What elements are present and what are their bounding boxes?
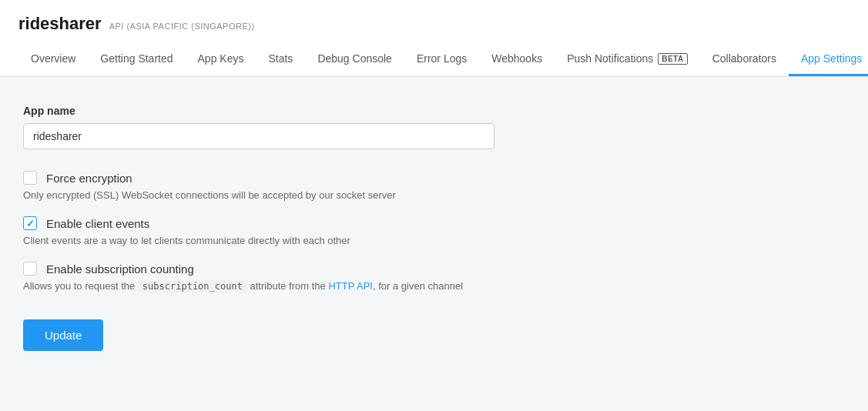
force-encryption-desc: Only encrypted (SSL) WebSocket connectio… — [23, 189, 516, 201]
app-name: ridesharer — [18, 14, 102, 34]
enable-client-events-checkbox[interactable] — [23, 216, 37, 230]
nav-item-stats[interactable]: Stats — [256, 43, 305, 76]
desc-middle: attribute from the — [247, 280, 329, 292]
enable-subscription-counting-label: Enable subscription counting — [46, 262, 194, 276]
subscription-count-code: subscription_count — [138, 280, 247, 292]
force-encryption-section: Force encryption Only encrypted (SSL) We… — [23, 171, 516, 201]
enable-client-events-section: Enable client events Client events are a… — [23, 216, 516, 246]
update-button[interactable]: Update — [23, 319, 103, 351]
header: ridesharer API (Asia Pacific (Singapore)… — [0, 0, 868, 77]
force-encryption-checkbox[interactable] — [23, 171, 37, 185]
enable-subscription-counting-row: Enable subscription counting — [23, 262, 516, 276]
app-region: API (Asia Pacific (Singapore)) — [109, 22, 255, 31]
main-nav: Overview Getting Started App Keys Stats … — [18, 43, 850, 76]
nav-item-error-logs[interactable]: Error Logs — [404, 43, 479, 76]
enable-subscription-counting-desc: Allows you to request the subscription_c… — [23, 280, 516, 292]
app-title-bar: ridesharer API (Asia Pacific (Singapore)… — [18, 0, 850, 34]
desc-prefix: Allows you to request the — [23, 280, 138, 292]
desc-suffix: , for a given channel — [373, 280, 463, 292]
enable-subscription-counting-checkbox[interactable] — [23, 262, 37, 276]
app-name-label: App name — [23, 105, 516, 117]
app-name-group: App name — [23, 105, 516, 149]
http-api-link[interactable]: HTTP API — [328, 280, 373, 292]
nav-item-app-settings[interactable]: App Settings — [789, 43, 868, 76]
enable-subscription-counting-section: Enable subscription counting Allows you … — [23, 262, 516, 292]
enable-client-events-desc: Client events are a way to let clients c… — [23, 235, 516, 246]
enable-client-events-label: Enable client events — [46, 217, 149, 230]
main-content: App name Force encryption Only encrypted… — [0, 77, 539, 379]
nav-item-push-notifications[interactable]: Push Notifications BETA — [555, 43, 700, 76]
nav-item-app-keys[interactable]: App Keys — [186, 43, 256, 76]
beta-badge: BETA — [658, 53, 687, 65]
force-encryption-label: Force encryption — [46, 172, 132, 185]
app-name-input[interactable] — [23, 123, 494, 149]
enable-client-events-row: Enable client events — [23, 216, 516, 230]
nav-item-overview[interactable]: Overview — [18, 43, 88, 76]
nav-item-getting-started[interactable]: Getting Started — [88, 43, 185, 76]
nav-item-collaborators[interactable]: Collaborators — [700, 43, 789, 76]
nav-item-webhooks[interactable]: Webhooks — [479, 43, 555, 76]
force-encryption-row: Force encryption — [23, 171, 516, 185]
nav-item-debug-console[interactable]: Debug Console — [305, 43, 404, 76]
